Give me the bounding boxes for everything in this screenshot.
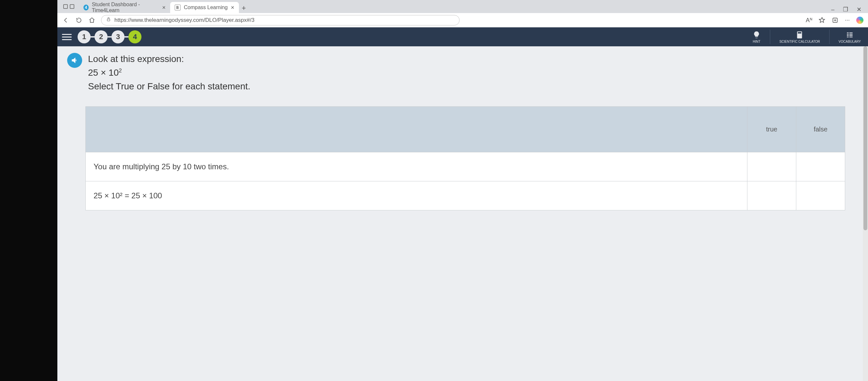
hint-button[interactable]: HINT — [750, 31, 763, 43]
true-false-table: true false You are multiplying 25 by 10 … — [85, 106, 845, 210]
header-statement-cell — [86, 107, 747, 152]
maximize-button[interactable]: ❐ — [843, 6, 848, 13]
false-option[interactable] — [796, 181, 845, 210]
tab-favicon-icon: 4 — [84, 5, 89, 10]
copilot-icon — [856, 17, 863, 24]
window-controls: – ❐ ✕ — [831, 6, 868, 13]
document-icon: 🗎 — [175, 5, 181, 10]
divider — [829, 30, 830, 44]
new-tab-button[interactable]: + — [239, 3, 249, 13]
table-header-row: true false — [86, 107, 845, 152]
svg-rect-3 — [798, 32, 802, 33]
header-false-cell: false — [796, 107, 845, 152]
refresh-button[interactable] — [75, 16, 83, 24]
hint-label: HINT — [753, 40, 760, 43]
address-bar-right: Aᴺ ··· — [806, 17, 863, 24]
window-square-icon — [70, 4, 74, 9]
tab-title: Compass Learning — [184, 5, 227, 10]
question-header: Look at this expression: 25 × 102 Select… — [67, 52, 858, 93]
divider — [770, 30, 770, 44]
tab-strip: 4 Student Dashboard - Time4Learn × 🗎 Com… — [57, 0, 868, 13]
question-line-1: Look at this expression: — [88, 52, 250, 66]
question-instruction: Select True or False for each statement. — [88, 80, 250, 93]
collections-button[interactable] — [832, 17, 838, 24]
app-toolbar: 1 2 3 4 HINT SCIENTIFIC CALCULATOR — [57, 27, 868, 46]
lock-icon — [106, 17, 111, 24]
expression-exponent: 2 — [119, 67, 122, 74]
svg-rect-0 — [107, 19, 110, 21]
text-size-button[interactable]: Aᴺ — [806, 17, 812, 24]
back-button[interactable] — [62, 16, 70, 24]
vocabulary-label: VOCABULARY — [839, 40, 861, 43]
step-indicator: 1 2 3 4 — [78, 30, 142, 43]
true-option[interactable] — [747, 152, 796, 181]
content-area: Look at this expression: 25 × 102 Select… — [57, 46, 868, 381]
step-1[interactable]: 1 — [78, 30, 91, 43]
step-connector — [91, 36, 95, 37]
app-toolbar-right: HINT SCIENTIFIC CALCULATOR VOCABULARY — [750, 30, 863, 44]
menu-button[interactable] — [62, 34, 72, 40]
step-connector — [107, 36, 112, 37]
close-icon[interactable]: × — [162, 4, 165, 11]
url-text: https://www.thelearningodyssey.com/DLO/P… — [115, 17, 254, 24]
vocabulary-button[interactable]: VOCABULARY — [836, 31, 863, 43]
tab-time4learning[interactable]: 4 Student Dashboard - Time4Learn × — [79, 2, 170, 13]
scrollbar-thumb[interactable] — [863, 46, 867, 230]
table-row: 25 × 10² = 25 × 100 — [86, 181, 845, 210]
table-row: You are multiplying 25 by 10 two times. — [86, 152, 845, 181]
question-text: Look at this expression: 25 × 102 Select… — [88, 52, 250, 93]
question-expression: 25 × 102 — [88, 66, 250, 80]
minimize-button[interactable]: – — [831, 6, 834, 13]
calculator-label: SCIENTIFIC CALCULATOR — [779, 40, 820, 43]
home-button[interactable] — [88, 16, 96, 24]
favorite-button[interactable] — [819, 17, 825, 24]
calculator-button[interactable]: SCIENTIFIC CALCULATOR — [777, 31, 823, 43]
step-3[interactable]: 3 — [112, 30, 125, 43]
tab-compass-learning[interactable]: 🗎 Compass Learning × — [170, 2, 239, 13]
close-window-button[interactable]: ✕ — [857, 6, 862, 13]
header-true-cell: true — [747, 107, 796, 152]
window-tab-icons — [59, 0, 79, 13]
true-option[interactable] — [747, 181, 796, 210]
close-icon[interactable]: × — [231, 4, 235, 11]
step-connector — [125, 36, 128, 37]
vertical-scrollbar[interactable] — [863, 46, 868, 381]
expression-base: 25 × 10 — [88, 67, 119, 78]
more-button[interactable]: ··· — [845, 17, 850, 24]
statement-cell: 25 × 10² = 25 × 100 — [86, 181, 747, 210]
play-audio-button[interactable] — [67, 53, 82, 68]
window-square-icon — [63, 4, 68, 9]
statement-cell: You are multiplying 25 by 10 two times. — [86, 152, 747, 181]
false-option[interactable] — [796, 152, 845, 181]
step-4[interactable]: 4 — [128, 30, 142, 43]
tab-title: Student Dashboard - Time4Learn — [92, 2, 159, 13]
address-bar-row: https://www.thelearningodyssey.com/DLO/P… — [57, 13, 868, 27]
step-2[interactable]: 2 — [95, 30, 107, 43]
address-bar[interactable]: https://www.thelearningodyssey.com/DLO/P… — [101, 15, 460, 25]
copilot-button[interactable] — [856, 17, 863, 24]
browser-window: 4 Student Dashboard - Time4Learn × 🗎 Com… — [57, 0, 868, 381]
